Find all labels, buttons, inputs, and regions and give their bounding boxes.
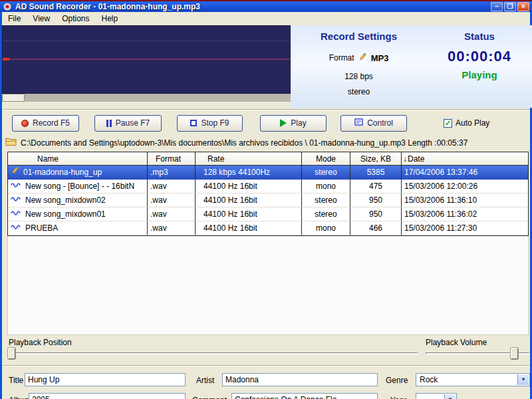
waveform-display[interactable] xyxy=(2,25,291,94)
menu-options[interactable]: Options xyxy=(56,13,95,25)
file-name: New song_mixdown02 xyxy=(25,194,106,207)
column-header-mode[interactable]: Mode xyxy=(302,152,350,166)
sine-wave-icon xyxy=(11,194,21,207)
sine-wave-icon xyxy=(11,180,21,194)
stop-icon xyxy=(190,120,197,126)
close-button[interactable]: × xyxy=(517,2,529,11)
waveform-scrollbar[interactable] xyxy=(2,94,291,102)
control-button[interactable]: Control xyxy=(340,115,407,132)
section-divider xyxy=(2,109,530,110)
waveform-gridline xyxy=(3,41,290,41)
status-header: Status xyxy=(427,31,532,42)
title-field[interactable] xyxy=(25,373,186,386)
column-header-rate[interactable]: Rate xyxy=(196,152,302,166)
year-dropdown[interactable]: ▼ xyxy=(416,393,457,399)
info-panel: Record Settings Format MP3 128 bps stere… xyxy=(291,25,532,108)
menu-bar: File View Options Help xyxy=(2,12,530,25)
artist-field[interactable] xyxy=(222,373,378,386)
file-name: 01-madonna-hung_up xyxy=(23,166,102,180)
file-path-text: C:\Documents and Settings\uptodown-3\Mis… xyxy=(21,138,467,148)
menu-help[interactable]: Help xyxy=(96,13,124,25)
channel-mode-value: stereo xyxy=(291,87,427,96)
format-label: Format xyxy=(329,53,354,63)
pause-button[interactable]: Pause F7 xyxy=(94,115,162,132)
autoplay-label: Auto Play xyxy=(456,118,489,128)
minimize-button[interactable]: – xyxy=(491,2,503,11)
window-controls: – ❐ × xyxy=(491,2,529,11)
play-icon xyxy=(280,119,287,127)
autoplay-checkbox[interactable]: ✓ xyxy=(444,119,452,128)
column-header-name[interactable]: Name xyxy=(8,152,148,166)
control-icon xyxy=(354,118,363,128)
bitrate-value: 128 bps xyxy=(291,72,427,81)
file-name: New song - [Bounce] - - 16bitN xyxy=(25,180,134,194)
waveform-scrollbar-thumb[interactable] xyxy=(2,94,25,102)
playback-position-label: Playback Position xyxy=(9,338,72,347)
elapsed-time: 00:00:04 xyxy=(427,48,532,65)
folder-icon xyxy=(5,138,17,148)
file-name: New song_mixdown01 xyxy=(25,207,106,221)
record-icon xyxy=(21,120,29,127)
table-row[interactable]: New song_mixdown01 .wav 44100 Hz 16bit s… xyxy=(8,207,528,221)
status-section: Status 00:00:04 Playing xyxy=(427,25,532,108)
sine-wave-icon xyxy=(11,207,21,221)
table-header: Name Format Rate Mode Size, KB ↓Date xyxy=(8,152,528,166)
play-button[interactable]: Play xyxy=(260,115,327,132)
waveform-cursor xyxy=(3,58,9,61)
comment-label: Comment xyxy=(192,396,227,399)
chevron-down-icon[interactable]: ▼ xyxy=(517,374,529,385)
file-list-empty-area xyxy=(7,236,529,335)
column-header-date[interactable]: ↓Date xyxy=(402,152,528,166)
column-header-size[interactable]: Size, KB xyxy=(350,152,402,166)
table-row[interactable]: New song_mixdown02 .wav 44100 Hz 16bit s… xyxy=(8,194,528,207)
record-settings-header: Record Settings xyxy=(291,31,427,42)
format-value: MP3 xyxy=(371,53,389,63)
file-list: Name Format Rate Mode Size, KB ↓Date 01-… xyxy=(7,152,529,236)
volume-slider-thumb[interactable] xyxy=(511,348,518,359)
year-label: Year xyxy=(390,396,406,399)
pencil-icon xyxy=(358,53,367,63)
chevron-down-icon[interactable]: ▼ xyxy=(444,394,456,399)
table-row[interactable]: PRUEBA .wav 44100 Hz 16bit mono 466 15/0… xyxy=(8,221,528,235)
file-name: PRUEBA xyxy=(25,221,58,235)
playback-volume-label: Playback Volume xyxy=(426,338,487,347)
section-divider xyxy=(2,365,530,366)
app-window: AD Sound Recorder - 01-madonna-hung_up.m… xyxy=(0,0,532,399)
transport-toolbar: Record F5 Pause F7 Stop F9 Play Control … xyxy=(2,114,530,132)
artist-label: Artist xyxy=(196,376,214,385)
album-field[interactable] xyxy=(29,393,186,399)
album-label: Album xyxy=(9,396,31,399)
sine-wave-icon xyxy=(11,221,21,235)
autoplay-toggle[interactable]: ✓ Auto Play xyxy=(444,118,489,128)
record-button[interactable]: Record F5 xyxy=(12,115,79,132)
genre-label: Genre xyxy=(386,376,408,385)
maximize-button[interactable]: ❐ xyxy=(504,2,516,11)
column-header-format[interactable]: Format xyxy=(148,152,196,166)
position-slider[interactable] xyxy=(7,352,418,354)
table-row[interactable]: 01-madonna-hung_up .mp3 128 kbps 44100Hz… xyxy=(8,166,528,180)
app-icon xyxy=(3,2,13,11)
table-row[interactable]: New song - [Bounce] - - 16bitN .wav 4410… xyxy=(8,180,528,194)
pencil-icon xyxy=(11,166,19,180)
stop-button[interactable]: Stop F9 xyxy=(177,115,243,132)
title-label: Title xyxy=(9,376,23,385)
title-bar[interactable]: AD Sound Recorder - 01-madonna-hung_up.m… xyxy=(0,0,532,12)
sort-descending-icon: ↓ xyxy=(403,154,407,164)
position-slider-thumb[interactable] xyxy=(8,348,15,359)
path-bar: C:\Documents and Settings\uptodown-3\Mis… xyxy=(5,137,530,148)
record-settings-section: Record Settings Format MP3 128 bps stere… xyxy=(291,25,427,108)
menu-file[interactable]: File xyxy=(2,13,27,25)
waveform-baseline xyxy=(3,59,290,60)
window-title: AD Sound Recorder - 01-madonna-hung_up.m… xyxy=(15,2,491,11)
comment-field[interactable] xyxy=(231,393,378,399)
genre-dropdown[interactable]: Rock ▼ xyxy=(416,373,530,386)
menu-view[interactable]: View xyxy=(27,13,56,25)
pause-icon xyxy=(106,120,112,127)
playback-state: Playing xyxy=(427,69,532,80)
